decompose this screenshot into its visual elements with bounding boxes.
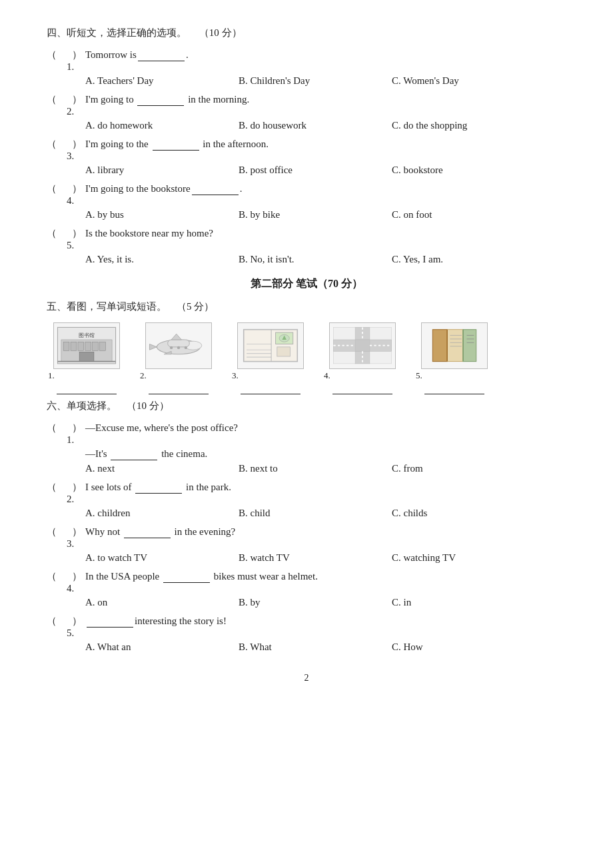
option-a: A. do homework [85, 120, 239, 131]
option-a: A. to watch TV [85, 552, 239, 564]
options-row: A. do homework B. do housework C. do the… [85, 120, 566, 131]
svg-rect-38 [432, 330, 447, 362]
image-num-1: 1. [48, 370, 55, 381]
qnum: ）2. [67, 93, 85, 117]
section6-q2: （ ）2. I see lots of in the park. A. chil… [47, 481, 566, 519]
qnum: ）5. [67, 227, 85, 251]
qtext: I see lots of in the park. [85, 482, 566, 494]
svg-rect-39 [447, 330, 463, 362]
qtext: I'm going to the bookstore . [85, 183, 566, 195]
answer-line-4 [332, 384, 392, 394]
options-row: A. to watch TV B. watch TV C. watching T… [85, 552, 566, 564]
option-b: B. do housework [239, 120, 392, 131]
section6-q5: （ ）5. interesting the story is! A. What … [47, 615, 566, 653]
svg-rect-7 [93, 342, 99, 351]
section6-q3: （ ）3. Why not in the evening? A. to watc… [47, 526, 566, 564]
svg-text:图书馆: 图书馆 [79, 332, 95, 338]
section4-q3: （ ）3. I'm going to the in the afternoon.… [47, 138, 566, 176]
options-row: A. on B. by C. in [85, 597, 566, 608]
qtext-2: —It's the cinema. [85, 448, 207, 460]
paren: （ [47, 93, 67, 106]
svg-point-17 [170, 346, 173, 349]
qnum: ）5. [67, 615, 85, 639]
postcard-icon [238, 324, 303, 367]
section4-title: 四、听短文，选择正确的选项。 （10 分） [47, 27, 566, 39]
section4-title-text: 四、听短文，选择正确的选项。 [47, 27, 187, 38]
option-b: B. No, it isn't. [239, 254, 392, 265]
option-c: C. How [392, 642, 545, 653]
qnum: ）2. [67, 481, 85, 505]
section6-title: 六、单项选择。 （10 分） [47, 400, 566, 412]
answer-line-1 [57, 384, 117, 394]
paren: （ [47, 227, 67, 240]
options-row: A. Teachers' Day B. Children's Day C. Wo… [85, 75, 566, 87]
image-box-1: 图书馆 [53, 322, 120, 369]
svg-rect-5 [78, 342, 84, 351]
option-b: B. watch TV [239, 552, 392, 564]
option-c: C. bookstore [392, 165, 545, 176]
qtext: interesting the story is! [85, 616, 566, 628]
section4-q5: （ ）5. Is the bookstore near my home? A. … [47, 227, 566, 265]
paren: （ [47, 526, 67, 538]
qtext: —Excuse me, where's the post office? [85, 422, 566, 434]
section5-title-text: 五、看图，写单词或短语。 [47, 301, 167, 312]
paren: （ [47, 615, 67, 628]
section4-q2: （ ）2. I'm going to in the morning. A. do… [47, 93, 566, 131]
svg-rect-8 [100, 342, 106, 351]
option-b: B. post office [239, 165, 392, 176]
library-icon: 图书馆 [54, 324, 119, 367]
options-row: A. children B. child C. childs [85, 508, 566, 519]
options-row: A. next B. next to C. from [85, 463, 566, 474]
option-a: A. children [85, 508, 239, 519]
options-row: A. Yes, it is. B. No, it isn't. C. Yes, … [85, 254, 566, 265]
image-cell-4: 4. [322, 322, 402, 394]
option-a: A. Yes, it is. [85, 254, 239, 265]
option-a: A. Teachers' Day [85, 75, 239, 87]
svg-marker-15 [171, 334, 181, 340]
image-cell-5: 5. [414, 322, 494, 394]
option-c: C. Yes, I am. [392, 254, 545, 265]
option-b: B. child [239, 508, 392, 519]
svg-rect-14 [168, 340, 190, 347]
option-a: A. on [85, 597, 239, 608]
svg-marker-13 [149, 344, 157, 350]
image-box-4 [329, 322, 396, 369]
option-b: B. Children's Day [239, 75, 392, 87]
image-cell-2: 2. [139, 322, 219, 394]
crossroads-icon [330, 324, 395, 367]
qtext: Tomorrow is . [85, 49, 566, 61]
svg-rect-29 [277, 347, 291, 356]
section6-score: （10 分） [127, 400, 169, 411]
option-c: C. from [392, 463, 545, 474]
image-box-2 [145, 322, 212, 369]
image-num-5: 5. [416, 370, 422, 381]
option-a: A. library [85, 165, 239, 176]
option-c: C. watching TV [392, 552, 545, 564]
paren: （ [47, 422, 67, 434]
qnum: ）1. [67, 49, 85, 73]
svg-rect-4 [71, 342, 77, 351]
image-cell-1: 图书馆 1. [47, 322, 127, 394]
qtext: In the USA people bikes must wear a helm… [85, 571, 566, 583]
qtext: Why not in the evening? [85, 526, 566, 538]
image-num-4: 4. [324, 370, 330, 381]
svg-rect-40 [463, 330, 476, 362]
qnum: ）3. [67, 526, 85, 550]
qtext: I'm going to in the morning. [85, 94, 566, 106]
section5-title: 五、看图，写单词或短语。 （5 分） [47, 300, 566, 313]
option-a: A. by bus [85, 209, 239, 220]
paren: （ [47, 138, 67, 151]
option-b: B. by [239, 597, 392, 608]
book-icon [422, 324, 487, 367]
image-num-2: 2. [140, 370, 147, 381]
answer-line-3 [241, 384, 301, 394]
option-a: A. next [85, 463, 239, 474]
section-divider: 第二部分 笔试（70 分） [47, 277, 566, 291]
svg-rect-9 [79, 352, 94, 362]
image-box-5 [421, 322, 488, 369]
qnum: ）4. [67, 570, 85, 594]
section4-score: （10 分） [199, 27, 242, 38]
option-c: C. in [392, 597, 545, 608]
option-b: B. next to [239, 463, 392, 474]
answer-line-2 [149, 384, 209, 394]
